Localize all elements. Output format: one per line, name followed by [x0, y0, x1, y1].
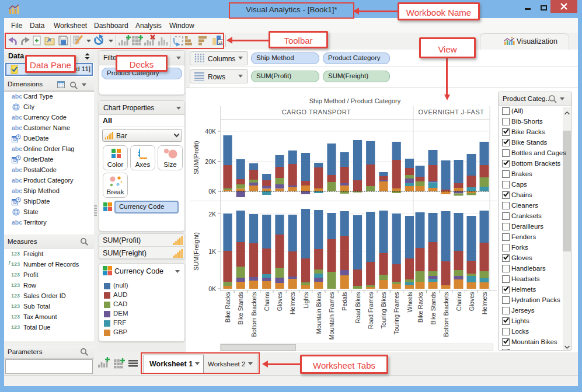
svg-text:Chains: Chains [455, 292, 462, 312]
svg-text:Wheels: Wheels [406, 292, 413, 313]
svg-text:Gloves: Gloves [468, 292, 475, 312]
svg-text:Chains: Chains [263, 292, 270, 312]
svg-text:Bike Racks: Bike Racks [224, 292, 231, 323]
svg-text:Bottom Brackets: Bottom Brackets [442, 292, 449, 337]
svg-text:Lights: Lights [302, 292, 309, 309]
svg-text:Bike Racks: Bike Racks [417, 292, 424, 323]
svg-text:Touring Frames: Touring Frames [393, 292, 400, 335]
svg-text:Pedals: Pedals [341, 292, 348, 311]
svg-text:0K: 0K [208, 188, 216, 195]
svg-text:Bottom Brackets: Bottom Brackets [250, 292, 257, 337]
svg-text:Bike Stands: Bike Stands [430, 292, 437, 325]
svg-text:Road Bikes: Road Bikes [354, 292, 361, 324]
svg-text:20K: 20K [205, 158, 216, 165]
svg-text:CARGO TRANSPORT: CARGO TRANSPORT [282, 108, 351, 116]
svg-text:1K: 1K [208, 248, 216, 255]
svg-text:2K: 2K [208, 211, 216, 218]
svg-text:Helmets: Helmets [481, 292, 488, 315]
svg-text:Road Frames: Road Frames [367, 292, 374, 330]
svg-text:Mountain Frames: Mountain Frames [328, 292, 335, 340]
svg-text:Helmets: Helmets [289, 292, 296, 315]
svg-text:SUM(Profit): SUM(Profit) [193, 141, 200, 174]
svg-text:Touring Bikes: Touring Bikes [380, 292, 387, 329]
svg-text:OVERNIGHT J-FAST: OVERNIGHT J-FAST [419, 108, 485, 116]
svg-text:40K: 40K [205, 128, 216, 135]
svg-text:Gloves: Gloves [276, 292, 283, 312]
svg-text:Bike Stands: Bike Stands [237, 292, 244, 325]
svg-text:Mountain Bikes: Mountain Bikes [315, 292, 322, 334]
svg-text:SUM(Freight): SUM(Freight) [193, 232, 200, 271]
svg-text:Ship Method / Product Category: Ship Method / Product Category [309, 97, 401, 104]
svg-text:0K: 0K [208, 285, 216, 292]
